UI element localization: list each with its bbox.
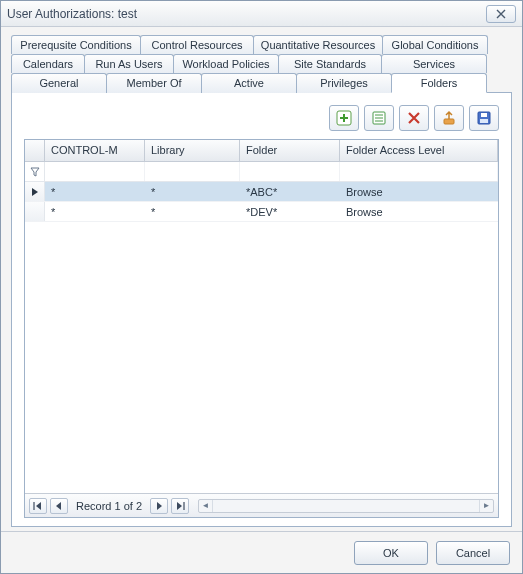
cell-folder[interactable]: *DEV* (240, 206, 340, 218)
tab-quantitative-resources[interactable]: Quantitative Resources (253, 35, 383, 54)
tab-general[interactable]: General (11, 73, 107, 93)
tab-folders[interactable]: Folders (391, 73, 487, 93)
add-icon (336, 110, 352, 126)
cell-access[interactable]: Browse (340, 186, 498, 198)
col-header-control-m[interactable]: CONTROL-M (45, 140, 145, 161)
table-row[interactable]: ***ABC*Browse (25, 182, 498, 202)
grid-header: CONTROL-M Library Folder Folder Access L… (25, 140, 498, 162)
cancel-button[interactable]: Cancel (436, 541, 510, 565)
nav-next-button[interactable] (150, 498, 168, 514)
tab-prerequsite-conditions[interactable]: Prerequsite Conditions (11, 35, 141, 54)
nav-prev-button[interactable] (50, 498, 68, 514)
save-icon (476, 110, 492, 126)
save-button[interactable] (469, 105, 499, 131)
cell-access[interactable]: Browse (340, 206, 498, 218)
dialog-window: User Authorizations: test Prerequsite Co… (0, 0, 523, 574)
svg-rect-8 (480, 119, 488, 123)
row-indicator (25, 182, 45, 201)
delete-button[interactable] (399, 105, 429, 131)
properties-icon (371, 110, 387, 126)
next-icon (155, 502, 163, 510)
tab-services[interactable]: Services (381, 54, 487, 73)
export-button[interactable] (434, 105, 464, 131)
tab-site-standards[interactable]: Site Standards (278, 54, 382, 73)
tab-privileges[interactable]: Privileges (296, 73, 392, 93)
col-header-folder[interactable]: Folder (240, 140, 340, 161)
record-position: Record 1 of 2 (76, 500, 142, 512)
record-navigator: Record 1 of 2 ◄ ► (25, 493, 498, 517)
cell-control[interactable]: * (45, 206, 145, 218)
tab-member-of[interactable]: Member Of (106, 73, 202, 93)
tab-calendars[interactable]: Calendars (11, 54, 85, 73)
tab-global-conditions[interactable]: Global Conditions (382, 35, 488, 54)
nav-last-button[interactable] (171, 498, 189, 514)
prev-icon (55, 502, 63, 510)
close-icon (496, 9, 506, 19)
cell-library[interactable]: * (145, 186, 240, 198)
horizontal-scrollbar[interactable]: ◄ ► (198, 499, 494, 513)
scroll-right-icon[interactable]: ► (479, 500, 493, 512)
grid-body: ***ABC*Browse***DEV*Browse (25, 182, 498, 493)
delete-icon (406, 110, 422, 126)
cell-folder[interactable]: *ABC* (240, 186, 340, 198)
properties-button[interactable] (364, 105, 394, 131)
table-row[interactable]: ***DEV*Browse (25, 202, 498, 222)
tab-container: Prerequsite ConditionsControl ResourcesQ… (11, 35, 512, 93)
titlebar: User Authorizations: test (1, 1, 522, 27)
row-selector-header (25, 140, 45, 161)
cell-library[interactable]: * (145, 206, 240, 218)
svg-rect-5 (444, 119, 454, 124)
tab-control-resources[interactable]: Control Resources (140, 35, 254, 54)
nav-first-button[interactable] (29, 498, 47, 514)
first-icon (33, 502, 43, 510)
tab-panel-folders: CONTROL-M Library Folder Folder Access L… (11, 92, 512, 527)
window-title: User Authorizations: test (7, 7, 486, 21)
tab-row-1: Prerequsite ConditionsControl ResourcesQ… (11, 35, 512, 54)
filter-icon (25, 162, 45, 181)
svg-rect-7 (481, 113, 487, 117)
tab-run-as-users[interactable]: Run As Users (84, 54, 174, 73)
col-header-library[interactable]: Library (145, 140, 240, 161)
tab-row-2: CalendarsRun As UsersWorkload PoliciesSi… (11, 54, 512, 73)
grid-toolbar (24, 105, 499, 131)
folders-grid: CONTROL-M Library Folder Folder Access L… (24, 139, 499, 518)
col-header-access[interactable]: Folder Access Level (340, 140, 498, 161)
cell-control[interactable]: * (45, 186, 145, 198)
content-area: Prerequsite ConditionsControl ResourcesQ… (1, 27, 522, 531)
close-button[interactable] (486, 5, 516, 23)
tab-row-3: GeneralMember OfActivePrivilegesFolders (11, 73, 512, 93)
filter-row[interactable] (25, 162, 498, 182)
add-button[interactable] (329, 105, 359, 131)
export-icon (441, 110, 457, 126)
tab-workload-policies[interactable]: Workload Policies (173, 54, 279, 73)
row-indicator (25, 202, 45, 221)
dialog-footer: OK Cancel (1, 531, 522, 573)
scroll-left-icon[interactable]: ◄ (199, 500, 213, 512)
last-icon (175, 502, 185, 510)
tab-active[interactable]: Active (201, 73, 297, 93)
ok-button[interactable]: OK (354, 541, 428, 565)
